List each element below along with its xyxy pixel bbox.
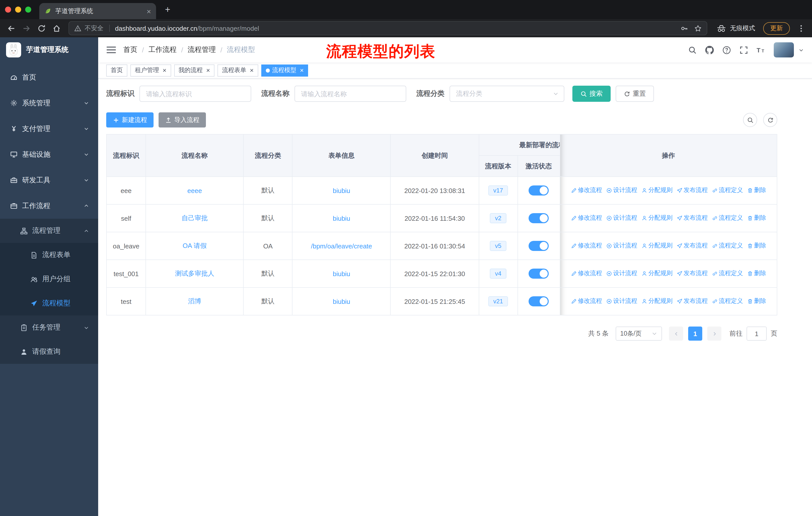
sidebar-item-process-model[interactable]: 流程模型 <box>0 291 98 316</box>
sidebar-item-user-group[interactable]: 用户分组 <box>0 267 98 291</box>
action-assign-rule[interactable]: 分配规则 <box>641 297 672 306</box>
action-edit[interactable]: 修改流程 <box>571 269 602 278</box>
form-info-link[interactable]: biubiu <box>333 298 350 305</box>
action-edit[interactable]: 修改流程 <box>571 242 602 250</box>
close-icon[interactable]: × <box>300 67 304 74</box>
action-assign-rule[interactable]: 分配规则 <box>641 214 672 222</box>
action-edit[interactable]: 修改流程 <box>571 297 602 306</box>
previous-page-button[interactable] <box>669 327 683 341</box>
action-delete[interactable]: 删除 <box>747 269 766 278</box>
reset-button[interactable]: 重置 <box>616 86 654 102</box>
action-design[interactable]: 设计流程 <box>606 242 637 250</box>
tab-close-icon[interactable]: × <box>146 7 151 15</box>
refresh-table-button[interactable] <box>763 113 777 127</box>
action-definition[interactable]: 流程定义 <box>712 186 743 195</box>
window-minimize-button[interactable] <box>15 6 21 12</box>
action-definition[interactable]: 流程定义 <box>712 297 743 306</box>
process-name-link[interactable]: OA 请假 <box>183 242 207 249</box>
form-info-link[interactable]: biubiu <box>333 214 350 222</box>
sidebar-item-dev-tools[interactable]: 研发工具 <box>0 167 98 193</box>
sidebar-item-home[interactable]: 首页 <box>0 64 98 90</box>
help-icon[interactable] <box>722 46 731 54</box>
action-definition[interactable]: 流程定义 <box>712 242 743 250</box>
fullscreen-icon[interactable] <box>740 46 748 54</box>
browser-update-button[interactable]: 更新 <box>763 22 790 34</box>
action-definition[interactable]: 流程定义 <box>712 269 743 278</box>
action-design[interactable]: 设计流程 <box>606 269 637 278</box>
action-delete[interactable]: 删除 <box>747 214 766 222</box>
forward-icon[interactable] <box>19 21 33 35</box>
sidebar-item-leave-query[interactable]: 请假查询 <box>0 340 98 364</box>
action-edit[interactable]: 修改流程 <box>571 186 602 195</box>
reload-icon[interactable] <box>34 21 48 35</box>
sidebar-item-process-form[interactable]: 流程表单 <box>0 243 98 267</box>
security-label[interactable]: 不安全 <box>85 24 104 32</box>
breadcrumb-item[interactable]: 首页 <box>123 45 138 54</box>
close-icon[interactable]: × <box>250 67 254 74</box>
sidebar-item-infrastructure[interactable]: 基础设施 <box>0 142 98 167</box>
browser-tab[interactable]: 芋道管理系统 × <box>39 3 156 19</box>
goto-page-input[interactable] <box>747 327 767 341</box>
sidebar-item-task-management[interactable]: 任务管理 <box>0 316 98 340</box>
key-icon[interactable] <box>680 24 688 32</box>
back-icon[interactable] <box>4 21 18 35</box>
action-delete[interactable]: 删除 <box>747 242 766 250</box>
breadcrumb-item[interactable]: 工作流程 <box>148 45 177 54</box>
active-toggle[interactable] <box>529 241 549 251</box>
action-delete[interactable]: 删除 <box>747 297 766 306</box>
active-toggle[interactable] <box>529 213 549 223</box>
create-process-button[interactable]: 新建流程 <box>106 112 153 128</box>
action-assign-rule[interactable]: 分配规则 <box>641 186 672 195</box>
font-size-icon[interactable]: TT <box>757 46 765 54</box>
sidebar-item-system-management[interactable]: 系统管理 <box>0 90 98 116</box>
process-name-link[interactable]: 滔博 <box>188 297 201 305</box>
form-info-link[interactable]: /bpm/oa/leave/create <box>311 242 372 250</box>
action-publish[interactable]: 发布流程 <box>676 242 708 250</box>
sidebar-item-payment-management[interactable]: 支付管理 <box>0 116 98 142</box>
active-toggle[interactable] <box>529 296 549 306</box>
action-assign-rule[interactable]: 分配规则 <box>641 269 672 278</box>
action-definition[interactable]: 流程定义 <box>712 214 743 222</box>
form-info-link[interactable]: biubiu <box>333 187 350 194</box>
tags-view-item[interactable]: 流程表单× <box>218 64 258 76</box>
star-icon[interactable] <box>694 24 702 32</box>
process-name-input[interactable] <box>294 86 406 102</box>
action-publish[interactable]: 发布流程 <box>676 297 708 306</box>
sidebar-logo[interactable]: 芋道管理系统 <box>0 37 98 62</box>
tags-view-item[interactable]: 首页 <box>106 64 127 76</box>
close-icon[interactable]: × <box>163 67 166 74</box>
close-icon[interactable]: × <box>206 67 210 74</box>
process-name-link[interactable]: 测试多审批人 <box>175 270 214 277</box>
sidebar-item-workflow[interactable]: 工作流程 <box>0 193 98 219</box>
address-bar[interactable]: 不安全 dashboard.yudao.iocoder.cn/bpm/manag… <box>68 21 707 35</box>
hamburger-icon[interactable] <box>106 45 116 54</box>
window-zoom-button[interactable] <box>25 6 31 12</box>
search-icon[interactable] <box>688 46 697 54</box>
warning-icon[interactable] <box>74 24 82 32</box>
form-info-link[interactable]: biubiu <box>333 270 350 277</box>
github-icon[interactable] <box>705 46 714 54</box>
page-size-select[interactable]: 10条/页 <box>616 327 662 341</box>
search-button[interactable]: 搜索 <box>572 86 611 102</box>
active-toggle[interactable] <box>529 185 549 195</box>
import-process-button[interactable]: 导入流程 <box>158 112 206 128</box>
breadcrumb-item[interactable]: 流程管理 <box>188 45 216 54</box>
avatar[interactable] <box>774 42 794 57</box>
process-id-input[interactable] <box>140 86 251 102</box>
tags-view-item[interactable]: 租户管理× <box>130 64 171 76</box>
new-tab-button[interactable]: + <box>161 3 174 16</box>
action-publish[interactable]: 发布流程 <box>676 186 708 195</box>
tags-view-item[interactable]: 我的流程× <box>174 64 214 76</box>
action-design[interactable]: 设计流程 <box>606 214 637 222</box>
action-delete[interactable]: 删除 <box>747 186 766 195</box>
next-page-button[interactable] <box>707 327 721 341</box>
active-toggle[interactable] <box>529 269 549 279</box>
process-name-link[interactable]: eeee <box>187 187 202 194</box>
home-icon[interactable] <box>49 21 63 35</box>
action-design[interactable]: 设计流程 <box>606 297 637 306</box>
url-text[interactable]: dashboard.yudao.iocoder.cn/bpm/manager/m… <box>115 24 259 32</box>
process-name-link[interactable]: 自己审批 <box>181 214 208 222</box>
more-vertical-icon[interactable] <box>794 21 808 35</box>
action-publish[interactable]: 发布流程 <box>676 269 708 278</box>
tags-view-item[interactable]: 流程模型× <box>261 64 308 76</box>
